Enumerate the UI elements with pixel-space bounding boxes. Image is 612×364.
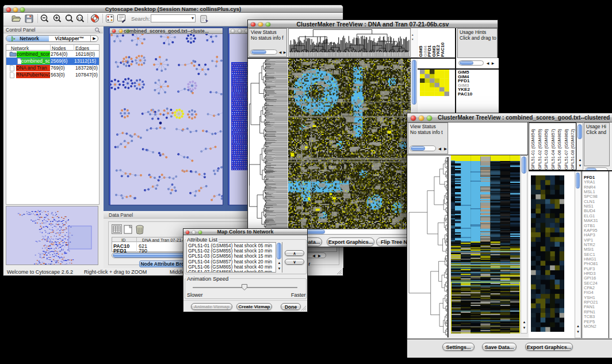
svg-text:GPL51-08 (GSM872): GPL51-08 (GSM872) (570, 129, 575, 170)
svg-text:PAC10: PAC10 (440, 42, 445, 57)
svg-text:GPL51-03 (GSM856): GPL51-03 (GSM856) (544, 129, 549, 170)
svg-text:GPL51-07 (GSM868): GPL51-07 (GSM868) (564, 129, 569, 170)
svg-text:GPL51-01 (GSM854): GPL51-01 (GSM854) (530, 129, 536, 170)
svg-text:GPL51-04 (GSM857): GPL51-04 (GSM857) (550, 129, 556, 170)
svg-text:GPL51-02 (GSM855): GPL51-02 (GSM855) (537, 129, 542, 170)
svg-text:GPL51-06 (GSM865): GPL51-06 (GSM865) (557, 129, 562, 170)
svg-text:1:1: 1:1 (78, 17, 82, 20)
